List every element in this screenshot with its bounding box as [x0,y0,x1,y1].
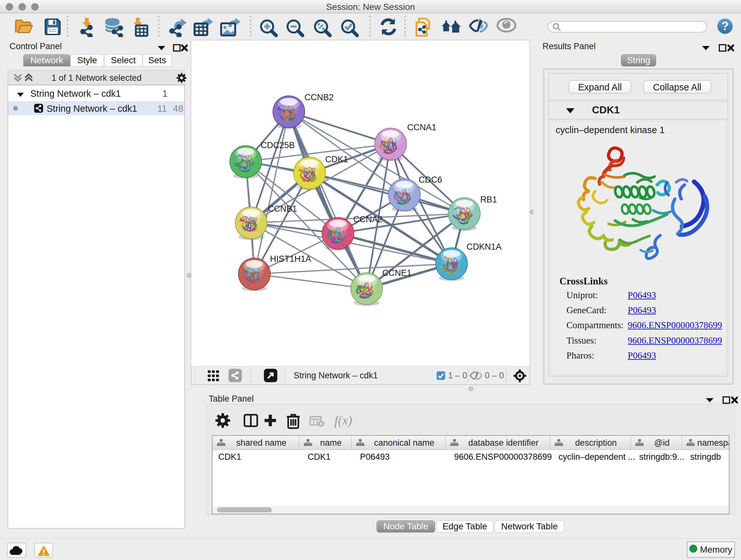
svg-text:CCNA2: CCNA2 [353,214,383,224]
svg-text:RB1: RB1 [480,195,497,204]
svg-text:CCNB2: CCNB2 [305,92,334,102]
svg-text:CCNA1: CCNA1 [407,123,436,132]
svg-text:HIST1H1A: HIST1H1A [270,254,311,264]
svg-text:CDK1: CDK1 [325,154,348,164]
svg-text:CCNB1: CCNB1 [268,204,297,213]
svg-text:CDKN1A: CDKN1A [467,242,502,252]
svg-text:CDC25B: CDC25B [261,140,295,150]
svg-text:CCNE1: CCNE1 [382,268,412,278]
svg-text:CDC6: CDC6 [419,175,442,185]
svg-text:?: ? [722,19,729,33]
